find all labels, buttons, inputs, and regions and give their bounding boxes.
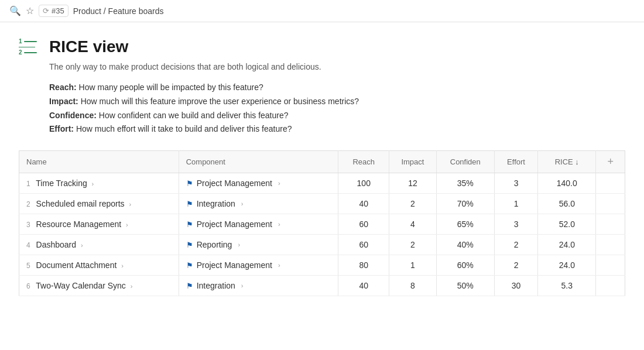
search-icon[interactable]: 🔍	[9, 5, 21, 16]
col-header-component: Component	[179, 151, 338, 173]
col-header-reach: Reach	[338, 151, 389, 173]
component-name[interactable]: Project Management	[197, 260, 272, 270]
row-expand-chevron[interactable]: ›	[121, 262, 124, 269]
row-impact: 12	[389, 173, 437, 194]
row-name-link[interactable]: Document Attachment	[36, 260, 117, 270]
component-flag-icon: ⚑	[186, 200, 193, 208]
row-effort: 3	[494, 214, 537, 235]
component-name[interactable]: Integration	[197, 199, 235, 208]
row-number: 1	[26, 180, 30, 188]
row-effort: 2	[494, 235, 537, 255]
row-reach: 40	[338, 276, 389, 296]
component-name[interactable]: Project Management	[197, 179, 272, 188]
table-row: 5 Document Attachment › ⚑ Project Manage…	[19, 255, 625, 276]
row-name-cell: 4 Dashboard ›	[19, 235, 179, 255]
row-name-cell: 5 Document Attachment ›	[19, 255, 179, 276]
row-confidence: 65%	[436, 214, 494, 235]
component-name[interactable]: Reporting	[197, 240, 232, 249]
row-name-link[interactable]: Two-Way Calendar Sync	[36, 281, 126, 290]
component-expand-chevron[interactable]: ›	[278, 221, 280, 228]
tag-number: #35	[52, 6, 64, 15]
component-expand-chevron[interactable]: ›	[241, 200, 244, 207]
component-expand-chevron[interactable]: ›	[238, 241, 240, 248]
reach-description: Reach: How many people will be impacted …	[49, 81, 625, 95]
component-expand-chevron[interactable]: ›	[278, 180, 280, 187]
row-rice: 24.0	[538, 235, 596, 255]
row-rice: 24.0	[538, 255, 596, 276]
row-reach: 80	[338, 255, 389, 276]
row-effort: 2	[494, 255, 537, 276]
table-row: 3 Resource Management › ⚑ Project Manage…	[19, 214, 625, 235]
add-column-button[interactable]: +	[607, 156, 614, 168]
component-flag-icon: ⚑	[186, 241, 193, 249]
row-component-cell: ⚑ Integration ›	[179, 276, 338, 296]
top-navigation: 🔍 ☆ ⟳ #35 Product / Feature boards	[0, 0, 644, 22]
component-expand-chevron[interactable]: ›	[278, 262, 280, 269]
row-expand-chevron[interactable]: ›	[92, 180, 94, 187]
page-header: 1 2 RICE view	[19, 36, 625, 57]
nav-tag[interactable]: ⟳ #35	[39, 5, 68, 17]
row-rice: 52.0	[538, 214, 596, 235]
row-component-cell: ⚑ Reporting ›	[179, 235, 338, 255]
row-impact: 4	[389, 214, 437, 235]
row-reach: 60	[338, 235, 389, 255]
col-header-impact: Impact	[389, 151, 437, 173]
impact-description: Impact: How much will this feature impro…	[49, 95, 625, 109]
breadcrumb-product: Product / Feature boards	[73, 6, 164, 16]
row-confidence: 60%	[436, 255, 494, 276]
table-header-row: Name Component Reach Impact Confiden Eff…	[19, 151, 625, 173]
row-reach: 60	[338, 214, 389, 235]
row-confidence: 70%	[436, 194, 494, 214]
col-header-effort: Effort	[494, 151, 537, 173]
row-component-cell: ⚑ Project Management ›	[179, 214, 338, 235]
component-flag-icon: ⚑	[186, 261, 193, 270]
col-header-rice[interactable]: RICE ↓	[538, 151, 596, 173]
row-name-link[interactable]: Dashboard	[36, 240, 77, 249]
row-component-cell: ⚑ Integration ›	[179, 194, 338, 214]
row-add-cell	[596, 214, 625, 235]
effort-description: Effort: How much effort will it take to …	[49, 122, 625, 136]
row-rice: 5.3	[538, 276, 596, 296]
confidence-description: Confidence: How confident can we build a…	[49, 109, 625, 123]
component-name[interactable]: Project Management	[197, 219, 272, 229]
row-confidence: 35%	[436, 173, 494, 194]
component-flag-icon: ⚑	[186, 220, 193, 229]
main-content: 1 2 RICE view The only way to make produ…	[0, 22, 644, 310]
row-effort: 30	[494, 276, 537, 296]
rice-table: Name Component Reach Impact Confiden Eff…	[19, 150, 625, 296]
row-add-cell	[596, 276, 625, 296]
table-row: 1 Time Tracking › ⚑ Project Management ›…	[19, 173, 625, 194]
row-effort: 3	[494, 173, 537, 194]
table-body: 1 Time Tracking › ⚑ Project Management ›…	[19, 173, 625, 296]
row-add-cell	[596, 194, 625, 214]
component-flag-icon: ⚑	[186, 282, 193, 290]
row-component-cell: ⚑ Project Management ›	[179, 255, 338, 276]
row-reach: 40	[338, 194, 389, 214]
row-expand-chevron[interactable]: ›	[126, 221, 128, 228]
row-impact: 2	[389, 235, 437, 255]
row-number: 6	[26, 282, 30, 290]
row-number: 4	[26, 241, 30, 249]
component-expand-chevron[interactable]: ›	[241, 282, 244, 289]
star-icon[interactable]: ☆	[26, 5, 34, 16]
row-expand-chevron[interactable]: ›	[129, 201, 131, 208]
row-add-cell	[596, 173, 625, 194]
component-flag-icon: ⚑	[186, 179, 193, 188]
tag-icon: ⟳	[43, 6, 49, 15]
row-name-link[interactable]: Scheduled email reports	[36, 199, 125, 208]
row-name-cell: 6 Two-Way Calendar Sync ›	[19, 276, 179, 296]
row-name-link[interactable]: Resource Management	[36, 219, 122, 229]
row-reach: 100	[338, 173, 389, 194]
row-impact: 8	[389, 276, 437, 296]
row-name-link[interactable]: Time Tracking	[36, 179, 87, 188]
table-row: 2 Scheduled email reports › ⚑ Integratio…	[19, 194, 625, 214]
row-number: 5	[26, 262, 30, 270]
rice-view-icon: 1 2	[19, 36, 40, 57]
row-expand-chevron[interactable]: ›	[131, 283, 133, 290]
component-name[interactable]: Integration	[197, 281, 235, 290]
row-name-cell: 2 Scheduled email reports ›	[19, 194, 179, 214]
row-expand-chevron[interactable]: ›	[81, 242, 83, 249]
table-row: 4 Dashboard › ⚑ Reporting › 60 2 40% 2 2…	[19, 235, 625, 255]
row-rice: 140.0	[538, 173, 596, 194]
page-title: RICE view	[49, 37, 128, 56]
